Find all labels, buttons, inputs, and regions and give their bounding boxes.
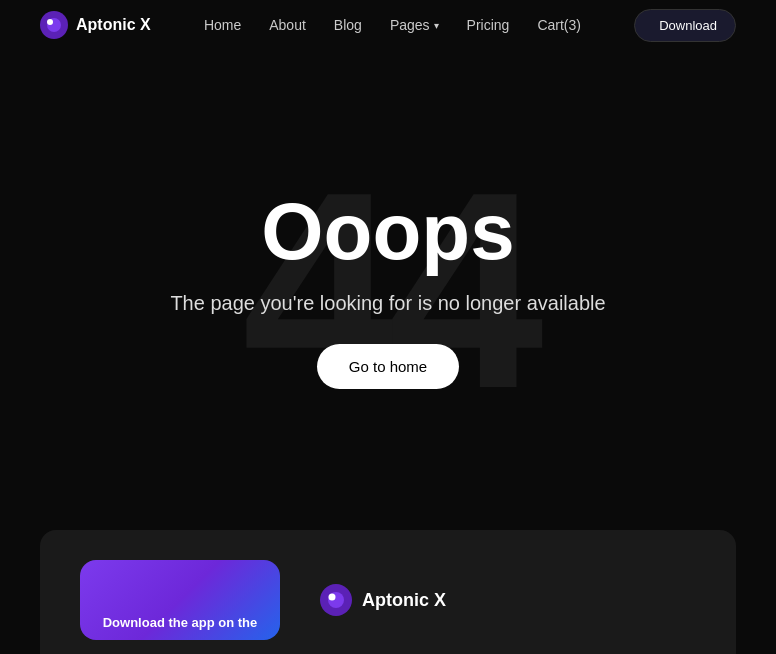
nav-cart[interactable]: Cart(3) bbox=[537, 17, 581, 33]
nav-pages[interactable]: Pages ▾ bbox=[390, 17, 439, 33]
nav-blog[interactable]: Blog bbox=[334, 17, 362, 33]
error-title: Ooops bbox=[261, 192, 514, 272]
brand-icon bbox=[40, 11, 68, 39]
footer-brand-name: Aptonic X bbox=[362, 590, 446, 611]
navbar-actions: Download bbox=[634, 9, 736, 42]
footer-card: Download the app on the Aptonic X bbox=[40, 530, 736, 654]
go-home-button[interactable]: Go to home bbox=[317, 344, 459, 389]
footer-brand: Aptonic X bbox=[320, 584, 446, 616]
app-preview-card: Download the app on the bbox=[80, 560, 280, 640]
svg-point-2 bbox=[47, 19, 53, 25]
nav-home[interactable]: Home bbox=[204, 17, 241, 33]
footer-brand-icon bbox=[320, 584, 352, 616]
svg-point-5 bbox=[329, 594, 336, 601]
hero-content: Ooops The page you're looking for is no … bbox=[170, 192, 605, 389]
hero-section: 4 4 Ooops The page you're looking for is… bbox=[0, 50, 776, 530]
app-preview-text: Download the app on the bbox=[93, 615, 268, 630]
navbar: Aptonic X Home About Blog Pages ▾ Pricin… bbox=[0, 0, 776, 50]
download-button[interactable]: Download bbox=[634, 9, 736, 42]
brand-name: Aptonic X bbox=[76, 16, 151, 34]
brand-logo-link[interactable]: Aptonic X bbox=[40, 11, 151, 39]
nav-links: Home About Blog Pages ▾ Pricing Cart(3) bbox=[204, 17, 581, 33]
nav-about[interactable]: About bbox=[269, 17, 306, 33]
nav-pricing[interactable]: Pricing bbox=[467, 17, 510, 33]
chevron-down-icon: ▾ bbox=[434, 20, 439, 31]
error-subtitle: The page you're looking for is no longer… bbox=[170, 288, 605, 318]
